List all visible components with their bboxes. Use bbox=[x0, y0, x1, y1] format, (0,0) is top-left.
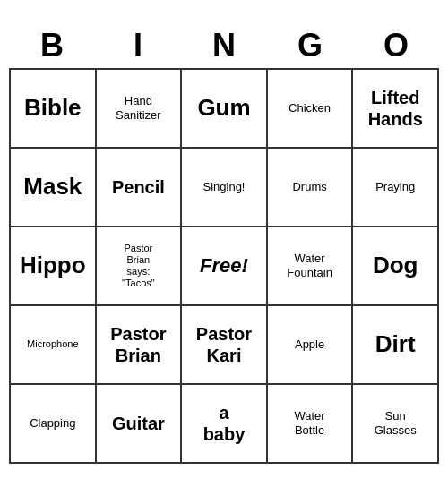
bingo-cell-text-13: Water Fountain bbox=[287, 252, 332, 279]
bingo-cell-text-3: Chicken bbox=[289, 101, 331, 115]
bingo-cell-text-16: Pastor Brian bbox=[110, 323, 166, 366]
bingo-cell-text-24: Sun Glasses bbox=[375, 409, 417, 437]
bingo-cell-7: Singing! bbox=[182, 149, 268, 227]
bingo-cell-text-7: Singing! bbox=[203, 180, 246, 194]
bingo-cell-3: Chicken bbox=[268, 70, 354, 149]
bingo-cell-22: a baby bbox=[182, 385, 268, 464]
bingo-cell-24: Sun Glasses bbox=[353, 385, 439, 464]
header-letter-i: I bbox=[95, 23, 181, 68]
bingo-cell-text-1: Hand Sanitizer bbox=[116, 94, 161, 122]
bingo-cell-text-9: Praying bbox=[375, 180, 415, 194]
bingo-card: BINGO BibleHand SanitizerGumChickenLifte… bbox=[9, 23, 439, 464]
bingo-cell-5: Mask bbox=[11, 149, 97, 227]
bingo-cell-text-8: Drums bbox=[292, 180, 326, 194]
bingo-cell-text-2: Gum bbox=[197, 94, 250, 122]
header-letter-n: N bbox=[181, 23, 267, 68]
bingo-cell-13: Water Fountain bbox=[268, 227, 354, 306]
bingo-cell-21: Guitar bbox=[97, 385, 183, 464]
bingo-cell-15: Microphone bbox=[11, 306, 97, 385]
bingo-cell-12: Free! bbox=[182, 227, 268, 306]
bingo-cell-10: Hippo bbox=[11, 227, 97, 306]
bingo-cell-6: Pencil bbox=[97, 149, 183, 227]
header-letter-g: G bbox=[267, 23, 353, 68]
bingo-cell-4: Lifted Hands bbox=[353, 70, 439, 149]
bingo-cell-text-23: Water Bottle bbox=[294, 409, 324, 437]
bingo-cell-2: Gum bbox=[182, 70, 268, 149]
bingo-cell-18: Apple bbox=[268, 306, 354, 385]
bingo-cell-text-5: Mask bbox=[23, 173, 82, 201]
bingo-cell-8: Drums bbox=[268, 149, 354, 227]
bingo-cell-text-18: Apple bbox=[295, 337, 324, 352]
bingo-cell-9: Praying bbox=[353, 149, 439, 227]
bingo-cell-14: Dog bbox=[353, 227, 439, 306]
bingo-cell-19: Dirt bbox=[353, 306, 439, 385]
bingo-cell-0: Bible bbox=[11, 70, 97, 149]
bingo-cell-text-0: Bible bbox=[24, 94, 82, 122]
bingo-cell-text-12: Free! bbox=[200, 254, 248, 278]
bingo-cell-text-15: Microphone bbox=[27, 338, 78, 350]
bingo-cell-text-17: Pastor Kari bbox=[196, 323, 252, 366]
bingo-cell-text-14: Dog bbox=[373, 252, 418, 279]
bingo-grid: BibleHand SanitizerGumChickenLifted Hand… bbox=[9, 68, 439, 464]
bingo-cell-20: Clapping bbox=[11, 385, 97, 464]
bingo-cell-23: Water Bottle bbox=[268, 385, 354, 464]
bingo-cell-text-4: Lifted Hands bbox=[368, 87, 423, 130]
bingo-cell-text-19: Dirt bbox=[375, 330, 416, 358]
bingo-cell-11: Pastor Brian says: "Tacos" bbox=[97, 227, 183, 306]
bingo-cell-16: Pastor Brian bbox=[97, 306, 183, 385]
bingo-cell-text-6: Pencil bbox=[112, 176, 165, 198]
bingo-cell-text-21: Guitar bbox=[112, 413, 165, 434]
bingo-cell-text-20: Clapping bbox=[30, 416, 75, 431]
bingo-header: BINGO bbox=[9, 23, 439, 68]
header-letter-b: B bbox=[9, 23, 95, 68]
bingo-cell-text-22: a baby bbox=[203, 402, 246, 445]
bingo-cell-17: Pastor Kari bbox=[182, 306, 268, 385]
header-letter-o: O bbox=[353, 23, 439, 68]
bingo-cell-text-10: Hippo bbox=[20, 252, 86, 279]
bingo-cell-1: Hand Sanitizer bbox=[97, 70, 183, 149]
bingo-cell-text-11: Pastor Brian says: "Tacos" bbox=[122, 243, 155, 290]
